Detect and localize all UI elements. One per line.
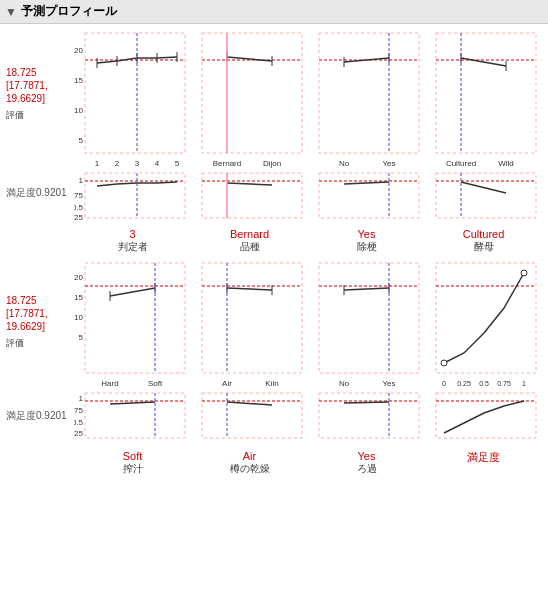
footer-taru-value: Air [191,450,308,462]
svg-text:10: 10 [74,106,83,115]
bottom-value: 18.725 [17.7871, 19.6629] [6,294,74,333]
chart-roka[interactable]: No Yes [308,258,425,448]
svg-text:Yes: Yes [382,159,395,168]
svg-text:Hard: Hard [101,379,118,388]
svg-text:2: 2 [115,159,120,168]
svg-text:5: 5 [79,136,84,145]
footer-manzokudo[interactable]: 満足度 [425,450,542,476]
top-chart-grid: 20 15 10 5 1 [74,28,542,228]
bottom-chart-grid: 20 15 10 5 Hard Soft 1 0.75 0.5 0 [74,258,542,448]
svg-rect-0 [85,33,185,153]
svg-text:0.75: 0.75 [497,380,511,387]
svg-text:0.5: 0.5 [479,380,489,387]
svg-rect-44 [436,33,536,153]
svg-rect-101 [436,393,536,438]
svg-text:0.5: 0.5 [74,203,84,212]
chart-sakuji[interactable]: 20 15 10 5 Hard Soft 1 0.75 0.5 0 [74,258,191,448]
svg-rect-34 [319,33,419,153]
svg-text:Kiln: Kiln [265,379,278,388]
svg-text:Bernard: Bernard [213,159,241,168]
svg-text:1: 1 [522,380,526,387]
chart-manzokudo[interactable]: 0 0.25 0.5 0.75 1 [425,258,542,448]
collapse-arrow[interactable]: ▼ [5,5,17,19]
svg-text:0.25: 0.25 [74,213,84,222]
chart-hanteisha[interactable]: 20 15 10 5 1 [74,28,191,228]
footer-roka-label: ろ過 [308,462,425,476]
svg-text:No: No [339,159,350,168]
selection-joko-label: 除梗 [308,240,425,254]
svg-rect-79 [202,393,302,438]
svg-rect-24 [202,33,302,153]
top-left-labels: 18.725 [17.7871, 19.6629] 評価 満足度0.9201 [6,28,74,228]
svg-rect-31 [202,173,302,218]
footer-row: Soft 搾汁 Air 樽の乾燥 Yes ろ過 満足度 [74,450,542,476]
bottom-satisfaction: 満足度0.9201 [6,409,74,423]
svg-text:1: 1 [95,159,100,168]
selection-row: 3 判定者 Bernard 品種 Yes 除梗 Cultured 酵母 [74,228,542,254]
svg-text:5: 5 [79,333,84,342]
svg-rect-89 [319,393,419,438]
selection-hanteisha-value: 3 [74,228,191,240]
svg-rect-51 [436,173,536,218]
svg-point-94 [441,360,447,366]
svg-text:10: 10 [74,313,83,322]
selection-hinshu-value: Bernard [191,228,308,240]
svg-text:1: 1 [79,176,84,185]
svg-text:Air: Air [222,379,232,388]
y-axis-label-top: 評価 [6,109,74,122]
page-title: 予測プロフィール [21,3,117,20]
svg-text:Yes: Yes [382,379,395,388]
svg-rect-17 [85,173,185,218]
svg-text:0.5: 0.5 [74,418,84,427]
selection-hinshu[interactable]: Bernard 品種 [191,228,308,254]
selection-kobo-value: Cultured [425,228,542,240]
svg-text:0.25: 0.25 [457,380,471,387]
footer-sakuji-value: Soft [74,450,191,462]
svg-point-95 [521,270,527,276]
svg-text:1: 1 [79,394,84,403]
svg-text:Wild: Wild [498,159,514,168]
footer-taru-label: 樽の乾燥 [191,462,308,476]
svg-text:0.75: 0.75 [74,406,84,415]
selection-hanteisha-label: 判定者 [74,240,191,254]
footer-taru[interactable]: Air 樽の乾燥 [191,450,308,476]
footer-manzokudo-value: 満足度 [425,450,542,465]
svg-text:No: No [339,379,350,388]
footer-roka-value: Yes [308,450,425,462]
selection-joko[interactable]: Yes 除梗 [308,228,425,254]
svg-text:0: 0 [442,380,446,387]
svg-text:Soft: Soft [148,379,163,388]
svg-text:15: 15 [74,293,83,302]
svg-text:20: 20 [74,46,83,55]
chart-hinshu[interactable]: Bernard Dijon [191,28,308,228]
svg-text:5: 5 [175,159,180,168]
chart-joko[interactable]: No Yes [308,28,425,228]
svg-rect-82 [319,263,419,373]
chart-taru[interactable]: Air Kiln [191,258,308,448]
selection-joko-value: Yes [308,228,425,240]
svg-text:4: 4 [155,159,160,168]
chart-kobo[interactable]: Cultured Wild [425,28,542,228]
footer-roka[interactable]: Yes ろ過 [308,450,425,476]
selection-hinshu-label: 品種 [191,240,308,254]
bottom-section: 18.725 [17.7871, 19.6629] 評価 満足度0.9201 2… [6,258,542,448]
svg-text:0.25: 0.25 [74,429,84,438]
selection-hanteisha[interactable]: 3 判定者 [74,228,191,254]
svg-rect-72 [202,263,302,373]
y-axis-label-bottom: 評価 [6,337,74,350]
title-bar: ▼ 予測プロフィール [0,0,548,24]
bottom-left-labels: 18.725 [17.7871, 19.6629] 評価 満足度0.9201 [6,258,74,448]
footer-sakuji-label: 搾汁 [74,462,191,476]
top-satisfaction: 満足度0.9201 [6,186,74,200]
top-value: 18.725 [17.7871, 19.6629] [6,66,74,105]
footer-sakuji[interactable]: Soft 搾汁 [74,450,191,476]
svg-rect-65 [85,393,185,438]
selection-kobo[interactable]: Cultured 酵母 [425,228,542,254]
svg-text:15: 15 [74,76,83,85]
selection-kobo-label: 酵母 [425,240,542,254]
svg-rect-54 [85,263,185,373]
svg-text:0.75: 0.75 [74,191,84,200]
svg-text:3: 3 [135,159,140,168]
svg-text:20: 20 [74,273,83,282]
svg-text:Dijon: Dijon [263,159,281,168]
